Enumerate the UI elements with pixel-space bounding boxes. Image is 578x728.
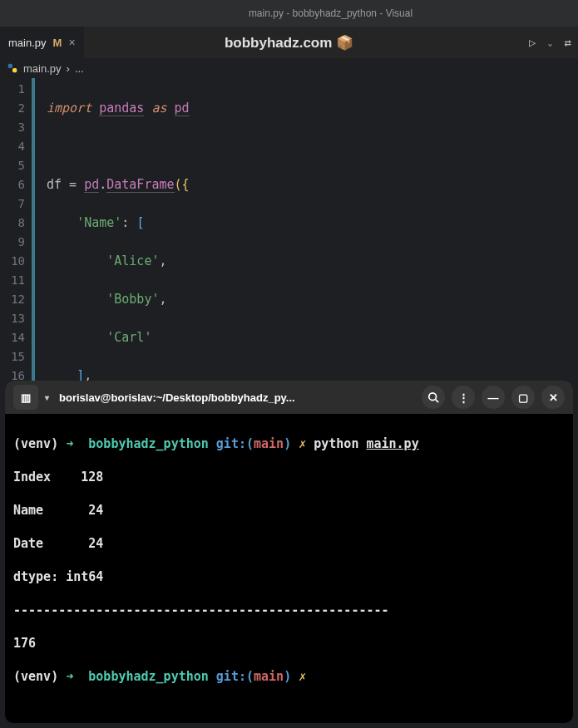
maximize-icon[interactable]: ▢ [511, 386, 535, 409]
editor[interactable]: 12345 678910 1112131415 1617181920 21222… [0, 78, 578, 381]
window-title: main.py - bobbyhadz_python - Visual [249, 7, 413, 19]
breadcrumb: main.py › ... [0, 58, 578, 78]
svg-line-3 [436, 400, 439, 403]
svg-rect-0 [8, 64, 12, 68]
window-title-bar: main.py - bobbyhadz_python - Visual [0, 0, 578, 27]
tab-modified-indicator: M [53, 37, 62, 49]
chevron-down-icon[interactable]: ⌄ [548, 38, 553, 47]
page-title: bobbyhadz.com 📦 [225, 34, 353, 52]
python-icon [7, 62, 18, 74]
tab-main-py[interactable]: main.py M × [0, 27, 84, 58]
run-icon[interactable]: ▷ [529, 36, 536, 49]
tab-label: main.py [8, 37, 47, 49]
terminal-panel: ▥ ▾ borislav@borislav:~/Desktop/bobbyhad… [5, 381, 573, 723]
code-area[interactable]: import pandas as pd df = pd.DataFrame({ … [35, 78, 431, 381]
menu-icon[interactable]: ⋮ [452, 386, 475, 409]
breadcrumb-file[interactable]: main.py [23, 62, 62, 75]
terminal-body[interactable]: (venv) ➜ bobbyhadz_python git:(main) ✗ p… [5, 414, 573, 723]
compare-icon[interactable]: ⇄ [565, 36, 571, 49]
minimize-icon[interactable]: — [482, 386, 505, 409]
tab-bar: main.py M × bobbyhadz.com 📦 ▷ ⌄ ⇄ [0, 27, 578, 58]
breadcrumb-separator: › [67, 62, 70, 75]
line-number-gutter: 12345 678910 1112131415 1617181920 21222… [0, 78, 30, 381]
chevron-down-icon[interactable]: ▾ [45, 393, 49, 402]
new-tab-button[interactable]: ▥ [13, 385, 38, 410]
tab-actions: ▷ ⌄ ⇄ [529, 36, 571, 49]
close-icon[interactable]: × [68, 36, 75, 49]
terminal-title: borislav@borislav:~/Desktop/bobbyhadz_py… [56, 391, 415, 404]
svg-point-2 [429, 393, 437, 401]
breadcrumb-ellipsis: ... [75, 62, 84, 75]
close-icon[interactable]: ✕ [541, 386, 565, 409]
terminal-header: ▥ ▾ borislav@borislav:~/Desktop/bobbyhad… [5, 381, 573, 414]
search-icon[interactable] [422, 386, 445, 409]
svg-rect-1 [12, 68, 17, 72]
